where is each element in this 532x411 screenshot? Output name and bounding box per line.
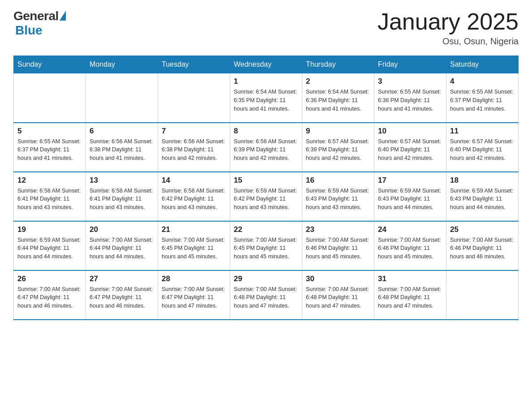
day-number: 11 (450, 127, 515, 136)
calendar-day-3: 3Sunrise: 6:55 AM Sunset: 6:36 PM Daylig… (374, 73, 446, 123)
calendar-day-8: 8Sunrise: 6:56 AM Sunset: 6:39 PM Daylig… (230, 123, 302, 172)
day-info: Sunrise: 7:00 AM Sunset: 6:46 PM Dayligh… (378, 236, 442, 261)
page-header: General Blue January 2025 Osu, Osun, Nig… (13, 9, 519, 47)
calendar-day-23: 23Sunrise: 7:00 AM Sunset: 6:46 PM Dayli… (302, 221, 374, 270)
day-info: Sunrise: 6:57 AM Sunset: 6:40 PM Dayligh… (378, 137, 442, 163)
day-info: Sunrise: 6:57 AM Sunset: 6:40 PM Dayligh… (450, 137, 515, 163)
day-info: Sunrise: 6:55 AM Sunset: 6:37 PM Dayligh… (450, 88, 515, 113)
day-info: Sunrise: 6:59 AM Sunset: 6:42 PM Dayligh… (234, 187, 298, 212)
logo: General Blue (13, 9, 66, 38)
calendar-empty-cell (14, 73, 86, 123)
day-number: 13 (90, 176, 154, 185)
day-info: Sunrise: 7:00 AM Sunset: 6:44 PM Dayligh… (90, 236, 154, 261)
calendar-header-saturday: Saturday (446, 56, 519, 73)
day-number: 26 (17, 274, 82, 283)
day-number: 6 (90, 127, 154, 136)
day-number: 23 (306, 225, 370, 234)
day-info: Sunrise: 6:59 AM Sunset: 6:43 PM Dayligh… (378, 187, 442, 212)
calendar-header-tuesday: Tuesday (158, 56, 230, 73)
day-number: 30 (306, 274, 370, 283)
day-info: Sunrise: 6:54 AM Sunset: 6:35 PM Dayligh… (234, 88, 298, 113)
day-info: Sunrise: 6:54 AM Sunset: 6:36 PM Dayligh… (306, 88, 370, 113)
calendar-header-thursday: Thursday (302, 56, 374, 73)
calendar-day-30: 30Sunrise: 7:00 AM Sunset: 6:48 PM Dayli… (302, 270, 374, 320)
day-number: 16 (306, 176, 370, 185)
calendar-day-4: 4Sunrise: 6:55 AM Sunset: 6:37 PM Daylig… (446, 73, 519, 123)
day-number: 18 (450, 176, 515, 185)
day-number: 19 (17, 225, 82, 234)
day-number: 2 (306, 77, 370, 86)
day-info: Sunrise: 6:59 AM Sunset: 6:43 PM Dayligh… (306, 187, 370, 212)
day-info: Sunrise: 7:00 AM Sunset: 6:47 PM Dayligh… (162, 285, 226, 310)
calendar-week-row-4: 19Sunrise: 6:59 AM Sunset: 6:44 PM Dayli… (14, 221, 519, 270)
calendar-header-wednesday: Wednesday (230, 56, 302, 73)
day-info: Sunrise: 6:55 AM Sunset: 6:36 PM Dayligh… (378, 88, 442, 113)
day-number: 4 (450, 77, 515, 86)
calendar-week-row-3: 12Sunrise: 6:58 AM Sunset: 6:41 PM Dayli… (14, 172, 519, 221)
day-info: Sunrise: 7:00 AM Sunset: 6:48 PM Dayligh… (306, 285, 370, 310)
day-info: Sunrise: 7:00 AM Sunset: 6:45 PM Dayligh… (162, 236, 226, 261)
day-info: Sunrise: 6:56 AM Sunset: 6:38 PM Dayligh… (162, 137, 226, 163)
calendar-empty-cell (446, 270, 519, 320)
day-info: Sunrise: 7:00 AM Sunset: 6:47 PM Dayligh… (90, 285, 154, 310)
day-info: Sunrise: 6:56 AM Sunset: 6:38 PM Dayligh… (90, 137, 154, 163)
calendar-header-row: SundayMondayTuesdayWednesdayThursdayFrid… (14, 56, 519, 73)
day-number: 22 (234, 225, 298, 234)
day-info: Sunrise: 6:57 AM Sunset: 6:39 PM Dayligh… (306, 137, 370, 163)
calendar-day-20: 20Sunrise: 7:00 AM Sunset: 6:44 PM Dayli… (86, 221, 158, 270)
calendar-day-17: 17Sunrise: 6:59 AM Sunset: 6:43 PM Dayli… (374, 172, 446, 221)
day-info: Sunrise: 6:58 AM Sunset: 6:42 PM Dayligh… (162, 187, 226, 212)
calendar-day-12: 12Sunrise: 6:58 AM Sunset: 6:41 PM Dayli… (14, 172, 86, 221)
day-info: Sunrise: 7:00 AM Sunset: 6:45 PM Dayligh… (234, 236, 298, 261)
day-number: 12 (17, 176, 82, 185)
day-number: 10 (378, 127, 442, 136)
day-number: 28 (162, 274, 226, 283)
calendar-empty-cell (86, 73, 158, 123)
day-number: 21 (162, 225, 226, 234)
calendar-day-19: 19Sunrise: 6:59 AM Sunset: 6:44 PM Dayli… (14, 221, 86, 270)
calendar-header-friday: Friday (374, 56, 446, 73)
calendar-day-14: 14Sunrise: 6:58 AM Sunset: 6:42 PM Dayli… (158, 172, 230, 221)
logo-triangle-icon (60, 11, 66, 21)
day-number: 3 (378, 77, 442, 86)
calendar-day-29: 29Sunrise: 7:00 AM Sunset: 6:48 PM Dayli… (230, 270, 302, 320)
location-text: Osu, Osun, Nigeria (378, 36, 519, 47)
day-number: 8 (234, 127, 298, 136)
calendar-day-18: 18Sunrise: 6:59 AM Sunset: 6:43 PM Dayli… (446, 172, 519, 221)
day-info: Sunrise: 7:00 AM Sunset: 6:48 PM Dayligh… (378, 285, 442, 310)
day-info: Sunrise: 7:00 AM Sunset: 6:48 PM Dayligh… (234, 285, 298, 310)
calendar-day-31: 31Sunrise: 7:00 AM Sunset: 6:48 PM Dayli… (374, 270, 446, 320)
month-title: January 2025 (378, 9, 519, 34)
calendar-day-7: 7Sunrise: 6:56 AM Sunset: 6:38 PM Daylig… (158, 123, 230, 172)
day-number: 14 (162, 176, 226, 185)
day-number: 9 (306, 127, 370, 136)
calendar-table: SundayMondayTuesdayWednesdayThursdayFrid… (13, 56, 519, 320)
day-number: 24 (378, 225, 442, 234)
day-info: Sunrise: 7:00 AM Sunset: 6:46 PM Dayligh… (306, 236, 370, 261)
calendar-day-1: 1Sunrise: 6:54 AM Sunset: 6:35 PM Daylig… (230, 73, 302, 123)
day-info: Sunrise: 6:59 AM Sunset: 6:44 PM Dayligh… (17, 236, 82, 261)
calendar-day-16: 16Sunrise: 6:59 AM Sunset: 6:43 PM Dayli… (302, 172, 374, 221)
logo-general-text: General (13, 9, 59, 23)
calendar-header-monday: Monday (86, 56, 158, 73)
day-info: Sunrise: 7:00 AM Sunset: 6:47 PM Dayligh… (17, 285, 82, 310)
day-number: 29 (234, 274, 298, 283)
calendar-day-13: 13Sunrise: 6:58 AM Sunset: 6:41 PM Dayli… (86, 172, 158, 221)
day-number: 20 (90, 225, 154, 234)
calendar-day-6: 6Sunrise: 6:56 AM Sunset: 6:38 PM Daylig… (86, 123, 158, 172)
day-info: Sunrise: 6:58 AM Sunset: 6:41 PM Dayligh… (90, 187, 154, 212)
calendar-day-21: 21Sunrise: 7:00 AM Sunset: 6:45 PM Dayli… (158, 221, 230, 270)
day-number: 27 (90, 274, 154, 283)
day-info: Sunrise: 6:59 AM Sunset: 6:43 PM Dayligh… (450, 187, 515, 212)
title-section: January 2025 Osu, Osun, Nigeria (378, 9, 519, 47)
day-info: Sunrise: 6:55 AM Sunset: 6:37 PM Dayligh… (17, 137, 82, 163)
calendar-day-28: 28Sunrise: 7:00 AM Sunset: 6:47 PM Dayli… (158, 270, 230, 320)
calendar-day-2: 2Sunrise: 6:54 AM Sunset: 6:36 PM Daylig… (302, 73, 374, 123)
day-number: 15 (234, 176, 298, 185)
day-number: 7 (162, 127, 226, 136)
logo-blue-text: Blue (15, 23, 43, 38)
day-info: Sunrise: 6:58 AM Sunset: 6:41 PM Dayligh… (17, 187, 82, 212)
day-number: 1 (234, 77, 298, 86)
calendar-week-row-1: 1Sunrise: 6:54 AM Sunset: 6:35 PM Daylig… (14, 73, 519, 123)
calendar-day-24: 24Sunrise: 7:00 AM Sunset: 6:46 PM Dayli… (374, 221, 446, 270)
